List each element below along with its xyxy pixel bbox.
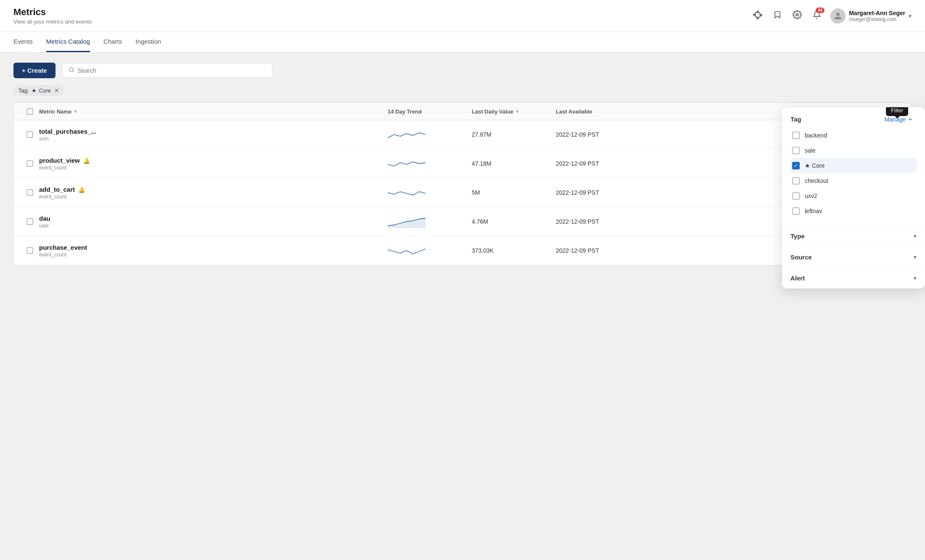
trend-header: 14 Day Trend [388,108,472,115]
filter-checkbox-uxv2 [792,192,800,200]
alert-bell-icon-2: 🔔 [83,158,90,164]
filter-tag-star: ★ [32,87,37,94]
source-filter-label: Source [790,254,812,261]
avatar [830,8,846,24]
metric-type-4: user [39,223,388,229]
metric-name-4: dau [39,215,388,222]
metric-name-cell-3: add_to_cart 🔔 event_count [39,186,388,200]
filter-tag-remove[interactable]: ✕ [54,87,59,94]
value-sort-icon: ▼ [515,109,520,114]
sparkline-cell-3 [388,184,472,201]
source-filter-section[interactable]: Source ▾ [782,247,925,268]
svg-marker-2 [388,218,426,228]
row-checkbox-1[interactable] [26,131,33,138]
row-checkbox-2[interactable] [26,160,33,167]
filter-tag-prefix: Tag: [18,87,29,94]
filter-checkbox-checkout [792,177,800,185]
toolbar: + Create [13,63,912,78]
user-email: mseger@statsig.com [849,16,905,22]
filter-tooltip: Filter [886,107,908,116]
user-menu-chevron: ▾ [909,13,912,19]
metric-value-5: 373.03K [472,247,556,254]
header-checkbox-cell [21,108,39,115]
user-profile[interactable]: Margaret-Ann Seger mseger@statsig.com ▾ [830,8,912,24]
filter-option-label-backend: backend [805,132,827,139]
create-button[interactable]: + Create [13,63,56,78]
alert-collapse-icon: ▾ [914,275,917,281]
filter-option-label-sale: sale [805,147,816,154]
filter-option-checkout[interactable]: checkout [790,173,917,188]
table-row: product_view 🔔 event_count 47.18M 2022-1… [14,149,911,178]
metrics-table: Metric Name ▼ 14 Day Trend Last Daily Va… [13,103,912,265]
svg-point-0 [796,13,798,16]
metric-name-5: purchase_event [39,244,388,251]
search-box [62,63,272,78]
metric-name-1: total_purchases_... [39,128,388,135]
filter-tag-label: Core [39,87,51,94]
filter-option-sale[interactable]: sale [790,143,917,158]
metric-name-label: Metric Name [39,108,71,115]
tag-filter-header: Tag Manage Filter [790,116,917,123]
filter-checkbox-sale [792,147,800,154]
table-row: dau user 4.76M 2022-12-09 PST [14,207,911,236]
metric-name-cell-5: purchase_event event_count [39,244,388,258]
alert-bell-icon-3: 🔔 [78,187,85,193]
filter-option-label-uxv2: uxv2 [805,193,817,199]
tab-ingestion[interactable]: Ingestion [135,32,161,52]
select-all-checkbox[interactable] [26,108,33,115]
active-filter-tag: Tag: ★ Core ✕ [13,85,64,96]
row-checkbox-5[interactable] [26,247,33,254]
notifications-button[interactable]: 44 [811,8,823,23]
metric-name-3: add_to_cart 🔔 [39,186,388,193]
filter-option-label-core: ★ Core [805,162,825,169]
table-row: purchase_event event_count 373.03K 2022-… [14,236,911,265]
row-checkbox-4[interactable] [26,218,33,225]
metric-type-5: event_count [39,252,388,258]
tabs-bar: Events Metrics Catalog Charts Ingestion [0,32,925,53]
filter-option-leftnav[interactable]: leftnav [790,203,917,219]
source-collapse-icon: ▾ [914,254,917,260]
page-subtitle: View all your metrics and events [13,18,92,25]
top-bar: Metrics View all your metrics and events… [0,0,925,32]
metric-type-1: sum [39,136,388,142]
tab-charts[interactable]: Charts [103,32,122,52]
settings-icon-button[interactable] [791,8,803,23]
bookmark-icon-button[interactable] [772,8,783,23]
row-checkbox-3[interactable] [26,189,33,196]
notification-count: 44 [816,8,825,13]
filter-option-backend[interactable]: backend [790,128,917,143]
last-value-header[interactable]: Last Daily Value ▼ [472,108,556,115]
filter-option-label-leftnav: leftnav [805,208,822,214]
table-row: add_to_cart 🔔 event_count 5M 2022-12-09 … [14,178,911,207]
tab-metrics-catalog[interactable]: Metrics Catalog [46,32,90,52]
user-details: Margaret-Ann Seger mseger@statsig.com [849,10,905,22]
last-value-label: Last Daily Value [472,108,513,115]
metric-value-3: 5M [472,189,556,196]
alert-filter-label: Alert [790,275,805,282]
metric-name-cell-4: dau user [39,215,388,229]
metric-type-3: event_count [39,194,388,200]
puzzle-icon-button[interactable] [751,8,764,23]
metric-name-header[interactable]: Metric Name ▼ [39,108,388,115]
tab-events[interactable]: Events [13,32,33,52]
sparkline-cell-4 [388,213,472,230]
filter-option-core[interactable]: ✓ ★ Core [790,158,917,173]
metric-name-2: product_view 🔔 [39,157,388,164]
type-filter-label: Type [790,232,805,240]
tag-filter-section: Tag Manage Filter [782,116,925,226]
search-icon [69,67,74,74]
alert-filter-section[interactable]: Alert ▾ [782,268,925,288]
sparkline-cell-2 [388,155,472,172]
sparkline-cell-5 [388,242,472,259]
checkmark-icon: ✓ [794,163,798,169]
filter-checkbox-backend [792,132,800,139]
search-input[interactable] [78,67,266,74]
metric-value-4: 4.76M [472,218,556,225]
filter-dropdown: Tag Manage Filter [782,107,925,288]
filter-checkbox-leftnav [792,207,800,215]
filter-option-uxv2[interactable]: uxv2 [790,188,917,203]
sort-icon: ▼ [73,109,78,114]
type-filter-section[interactable]: Type ▾ [782,226,925,247]
metric-name-cell-1: total_purchases_... sum [39,128,388,142]
top-bar-right: 44 Margaret-Ann Seger mseger@statsig.com… [751,8,912,24]
